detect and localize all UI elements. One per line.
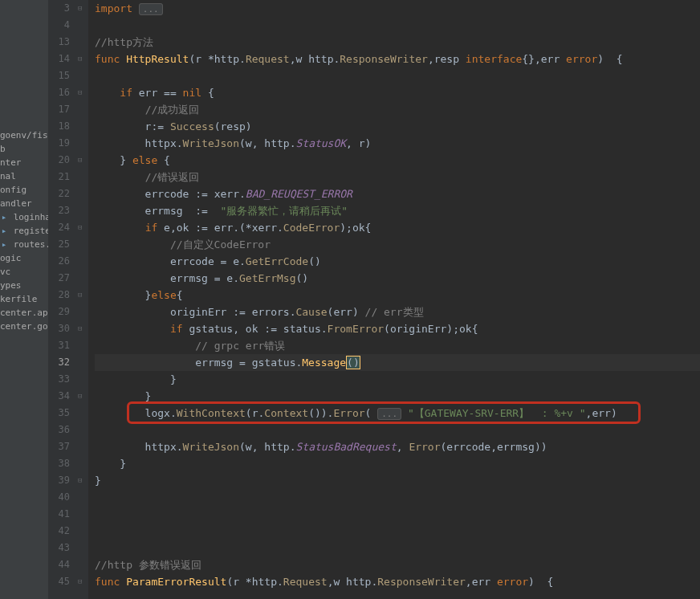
token-kw: if bbox=[120, 87, 138, 99]
token-ident: e bbox=[164, 222, 170, 234]
token-op: (r * bbox=[189, 53, 214, 65]
code-line[interactable] bbox=[95, 17, 700, 34]
token-ident: ok bbox=[177, 222, 189, 234]
code-line[interactable]: if err == nil { bbox=[95, 84, 700, 101]
sidebar-item-10[interactable]: vc bbox=[0, 265, 48, 279]
code-line[interactable]: func HttpResult(r *http.Request,w http.R… bbox=[95, 51, 700, 67]
token-op: , ok := status. bbox=[233, 323, 327, 335]
code-line[interactable]: errmsg = gstatus.Message() bbox=[95, 354, 700, 371]
code-line[interactable] bbox=[95, 489, 700, 506]
token-const: StatusBadRequest bbox=[295, 441, 396, 453]
code-line[interactable] bbox=[95, 540, 700, 556]
code-line[interactable] bbox=[95, 523, 700, 540]
token-kw: else bbox=[151, 289, 176, 301]
code-line[interactable]: } else { bbox=[95, 152, 700, 169]
line-number: 37 bbox=[48, 438, 70, 455]
code-line[interactable]: // grpc err错误 bbox=[95, 337, 700, 354]
token-call: CodeError bbox=[283, 222, 340, 234]
sidebar-item-5[interactable]: andler bbox=[0, 197, 48, 210]
token-ident: err bbox=[541, 53, 566, 65]
code-line[interactable]: //http方法 bbox=[95, 34, 700, 51]
code-line[interactable]: errmsg := "服务器繁忙，请稍后再试" bbox=[95, 202, 700, 219]
token-call: Error bbox=[333, 407, 364, 419]
sidebar-item-11[interactable]: ypes bbox=[0, 279, 48, 292]
code-line[interactable]: } bbox=[95, 371, 700, 388]
line-number: 39 bbox=[48, 472, 70, 489]
code-line[interactable] bbox=[95, 506, 700, 523]
line-number: 30 bbox=[48, 320, 70, 337]
code-line[interactable]: } bbox=[95, 472, 700, 489]
code-line[interactable]: errmsg = e.GetErrMsg() bbox=[95, 270, 700, 287]
fold-toggle-icon[interactable]: ⊟ bbox=[78, 577, 82, 585]
fold-toggle-icon[interactable]: ⊟ bbox=[78, 88, 82, 96]
fold-placeholder[interactable]: ... bbox=[139, 3, 163, 15]
sidebar-item-13[interactable]: center.api bbox=[0, 306, 48, 320]
code-line[interactable]: if gstatus, ok := status.FromError(origi… bbox=[95, 320, 700, 337]
fold-toggle-icon[interactable]: ⊟ bbox=[78, 392, 82, 400]
fold-toggle-icon[interactable]: ⊟ bbox=[78, 291, 82, 299]
token-kw: error bbox=[566, 53, 597, 65]
code-line[interactable]: }else{ bbox=[95, 287, 700, 304]
line-number: 4 bbox=[48, 17, 70, 34]
code-line[interactable]: errcode := xerr.BAD_REUQEST_ERROR bbox=[95, 185, 700, 202]
sidebar-item-label: b bbox=[0, 144, 6, 154]
code-line[interactable]: import ... bbox=[95, 0, 700, 17]
code-line[interactable]: errcode = e.GetErrCode() bbox=[95, 253, 700, 270]
sidebar-item-8[interactable]: ▸ routes.go bbox=[0, 238, 48, 251]
line-number-gutter: 3413141516171819202122232425262728293031… bbox=[48, 0, 76, 599]
sidebar-item-12[interactable]: kerfile bbox=[0, 292, 48, 306]
code-line[interactable]: //成功返回 bbox=[95, 101, 700, 118]
fold-toggle-icon[interactable]: ⊟ bbox=[78, 476, 82, 484]
code-line[interactable]: httpx.WriteJson(w, http.StatusOK, r) bbox=[95, 135, 700, 152]
sidebar-item-9[interactable]: ogic bbox=[0, 251, 48, 265]
file-tree-sidebar[interactable]: goenv/fishtbnternalonfigandler▸ loginhan… bbox=[0, 0, 48, 599]
token-call: Context bbox=[264, 407, 308, 419]
sidebar-item-3[interactable]: nal bbox=[0, 169, 48, 183]
code-line[interactable]: } bbox=[95, 388, 700, 405]
code-line[interactable]: //错误返回 bbox=[95, 169, 700, 185]
fold-toggle-icon[interactable]: ⊟ bbox=[78, 4, 82, 12]
code-line[interactable]: func ParamErrorResult(r *http.Request,w … bbox=[95, 573, 700, 590]
code-line[interactable]: //http 参数错误返回 bbox=[95, 556, 700, 573]
token-kw: if bbox=[170, 323, 189, 335]
sidebar-item-7[interactable]: ▸ registerh bbox=[0, 224, 48, 238]
code-line[interactable]: r:= Success(resp) bbox=[95, 118, 700, 135]
line-number: 16 bbox=[48, 84, 70, 101]
token-call: Request bbox=[246, 53, 290, 65]
token-op: originErr := errors. bbox=[95, 306, 295, 318]
fold-toggle-icon[interactable]: ⊟ bbox=[78, 55, 82, 63]
token-op: (r. bbox=[246, 407, 264, 419]
code-area[interactable]: import ...//http方法func HttpResult(r *htt… bbox=[88, 0, 700, 599]
token-call: Cause bbox=[295, 306, 327, 318]
line-number: 40 bbox=[48, 489, 70, 506]
code-line[interactable]: originErr := errors.Cause(err) // err类型 bbox=[95, 304, 700, 320]
fold-toggle-icon[interactable]: ⊟ bbox=[78, 156, 82, 164]
sidebar-item-1[interactable]: b bbox=[0, 142, 48, 156]
code-line[interactable] bbox=[95, 67, 700, 84]
line-number: 29 bbox=[48, 304, 70, 320]
sidebar-item-label: center.api bbox=[0, 308, 48, 318]
code-line[interactable]: } bbox=[95, 455, 700, 472]
token-op: ()). bbox=[308, 407, 333, 419]
code-line[interactable]: logx.WithContext(r.Context()).Error( ...… bbox=[95, 405, 700, 422]
token-kw: func bbox=[95, 53, 126, 65]
code-line[interactable]: if e,ok := err.(*xerr.CodeError);ok{ bbox=[95, 219, 700, 236]
code-editor[interactable]: 3413141516171819202122232425262728293031… bbox=[48, 0, 700, 599]
token-op: := err.(*xerr. bbox=[189, 222, 283, 234]
sidebar-item-0[interactable]: goenv/fisht bbox=[0, 128, 48, 142]
token-op bbox=[95, 222, 145, 234]
fold-placeholder[interactable]: ... bbox=[377, 408, 401, 420]
fold-toggle-icon[interactable]: ⊟ bbox=[78, 223, 82, 231]
token-op: , bbox=[170, 222, 177, 234]
sidebar-item-2[interactable]: nter bbox=[0, 156, 48, 169]
sidebar-item-14[interactable]: center.go bbox=[0, 320, 48, 333]
token-ident: gstatus bbox=[189, 323, 233, 335]
sidebar-item-4[interactable]: onfig bbox=[0, 183, 48, 197]
code-line[interactable]: httpx.WriteJson(w, http.StatusBadRequest… bbox=[95, 438, 700, 455]
code-line[interactable]: //自定义CodeError bbox=[95, 236, 700, 253]
sidebar-item-6[interactable]: ▸ loginhan bbox=[0, 210, 48, 224]
fold-gutter[interactable]: ⊟⊟⊟⊟⊟⊟⊟⊟⊟⊟ bbox=[76, 0, 88, 599]
line-number: 15 bbox=[48, 67, 70, 84]
fold-toggle-icon[interactable]: ⊟ bbox=[78, 324, 82, 332]
code-line[interactable] bbox=[95, 422, 700, 438]
